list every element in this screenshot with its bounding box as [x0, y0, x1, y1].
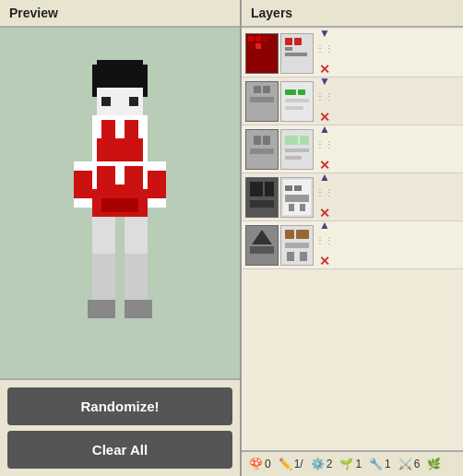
svg-rect-30 [255, 43, 261, 49]
svg-rect-42 [298, 89, 305, 95]
svg-rect-7 [125, 120, 138, 138]
layer-preview-left-4 [246, 178, 278, 217]
svg-rect-50 [285, 136, 298, 145]
sword-icon: ⚔️ [398, 458, 412, 470]
svg-rect-69 [285, 230, 294, 239]
layer-preview-right-2 [281, 82, 313, 121]
svg-rect-35 [285, 53, 307, 56]
svg-rect-46 [254, 136, 261, 145]
status-count-2: 1/ [294, 458, 303, 470]
svg-rect-3 [101, 97, 111, 106]
layer-thumb-left-4 [245, 177, 279, 218]
status-count-3: 2 [326, 458, 333, 470]
svg-rect-24 [101, 198, 138, 212]
layer-thumb-right-1 [280, 33, 314, 74]
mushroom-icon: 🍄 [249, 458, 263, 470]
layer-row: ▼ ⋮⋮ ✕ [242, 77, 463, 125]
layer-thumb-right-2 [280, 81, 314, 122]
svg-rect-21 [88, 300, 115, 318]
buttons-area: Randomize! Clear All [0, 378, 240, 476]
clear-all-button[interactable]: Clear All [7, 431, 232, 469]
svg-rect-32 [285, 38, 292, 45]
layer-delete-5[interactable]: ✕ [317, 250, 332, 272]
svg-rect-41 [285, 89, 296, 95]
layer-row: ▼ ⋮⋮ ✕ [242, 30, 463, 77]
layer-preview-right-1 [281, 34, 313, 73]
app-container: Preview [0, 0, 463, 476]
layer-controls-2: ▼ ⋮⋮ ✕ [317, 75, 332, 128]
svg-rect-56 [265, 182, 274, 196]
svg-rect-33 [294, 38, 302, 45]
layer-row: ▲ ⋮⋮ ✕ [242, 221, 463, 269]
layer-thumb-left-2 [245, 81, 279, 122]
layer-down-arrow-2[interactable]: ▼ [317, 75, 332, 88]
layer-preview-left-2 [246, 82, 278, 121]
layer-thumb-left-1 [245, 33, 279, 74]
layer-thumb-right-4 [280, 177, 314, 218]
layer-preview-left-1 [246, 34, 278, 73]
svg-rect-51 [300, 136, 309, 145]
svg-rect-67 [250, 246, 274, 254]
status-count-1: 0 [265, 458, 271, 470]
layer-drag-handle-2[interactable]: ⋮⋮ [317, 88, 332, 106]
layer-up-arrow-3[interactable]: ▲ [317, 123, 332, 136]
layers-title: Layers [251, 6, 292, 20]
svg-rect-19 [92, 254, 115, 300]
layer-preview-right-5 [281, 226, 313, 265]
status-count-5: 1 [385, 458, 391, 470]
svg-rect-37 [254, 86, 261, 93]
svg-rect-29 [248, 43, 254, 49]
plant-icon: 🌱 [339, 458, 353, 470]
layer-row: ▲ ⋮⋮ ✕ [242, 125, 463, 173]
svg-rect-60 [285, 185, 292, 191]
svg-rect-22 [125, 300, 152, 318]
status-item-2: ✏️ 1/ [279, 458, 303, 470]
wrench-icon: 🔧 [369, 458, 383, 470]
layer-down-arrow-1[interactable]: ▼ [317, 28, 332, 40]
svg-rect-63 [289, 204, 294, 211]
layer-controls-1: ▼ ⋮⋮ ✕ [317, 28, 332, 80]
left-panel: Preview [0, 0, 242, 476]
svg-rect-52 [285, 149, 309, 152]
svg-rect-27 [255, 36, 261, 42]
layer-up-arrow-5[interactable]: ▲ [317, 219, 332, 232]
randomize-button[interactable]: Randomize! [7, 387, 232, 425]
layer-thumb-left-5 [245, 225, 279, 266]
layer-preview-left-5 [246, 226, 278, 265]
preview-title: Preview [9, 6, 58, 20]
svg-rect-8 [97, 138, 143, 161]
layers-list: ▼ ⋮⋮ ✕ [242, 28, 463, 450]
layer-drag-handle-4[interactable]: ⋮⋮ [317, 184, 332, 202]
layer-thumb-left-3 [245, 129, 279, 170]
layer-thumb-right-3 [280, 129, 314, 170]
svg-rect-44 [285, 106, 303, 110]
status-item-7: 🌿 [427, 458, 441, 470]
layer-controls-3: ▲ ⋮⋮ ✕ [317, 123, 332, 176]
preview-area [0, 28, 240, 378]
pencil-icon: ✏️ [279, 458, 292, 470]
svg-rect-73 [300, 252, 307, 261]
svg-rect-53 [285, 156, 302, 160]
layer-controls-4: ▲ ⋮⋮ ✕ [317, 171, 332, 224]
status-item-6: ⚔️ 6 [398, 458, 421, 470]
svg-rect-18 [125, 217, 148, 254]
layer-preview-right-3 [281, 130, 313, 169]
svg-rect-4 [129, 97, 138, 106]
svg-rect-43 [285, 99, 309, 102]
character-preview [60, 60, 180, 346]
svg-rect-55 [250, 182, 263, 196]
right-panel: Layers [242, 0, 463, 476]
layer-drag-handle-1[interactable]: ⋮⋮ [317, 40, 332, 58]
layers-header: Layers [242, 0, 463, 28]
layer-preview-left-3 [246, 130, 278, 169]
gear-icon: ⚙️ [311, 458, 325, 470]
layer-controls-5: ▲ ⋮⋮ ✕ [317, 219, 332, 272]
status-count-4: 1 [355, 458, 362, 470]
layer-drag-handle-3[interactable]: ⋮⋮ [317, 136, 332, 154]
status-bar: 🍄 0 ✏️ 1/ ⚙️ 2 🌱 1 🔧 1 ⚔️ 6 [242, 450, 463, 476]
layer-up-arrow-4[interactable]: ▲ [317, 171, 332, 184]
layer-drag-handle-5[interactable]: ⋮⋮ [317, 232, 332, 250]
preview-header: Preview [0, 0, 240, 28]
svg-rect-20 [125, 254, 148, 300]
svg-rect-57 [250, 200, 274, 208]
